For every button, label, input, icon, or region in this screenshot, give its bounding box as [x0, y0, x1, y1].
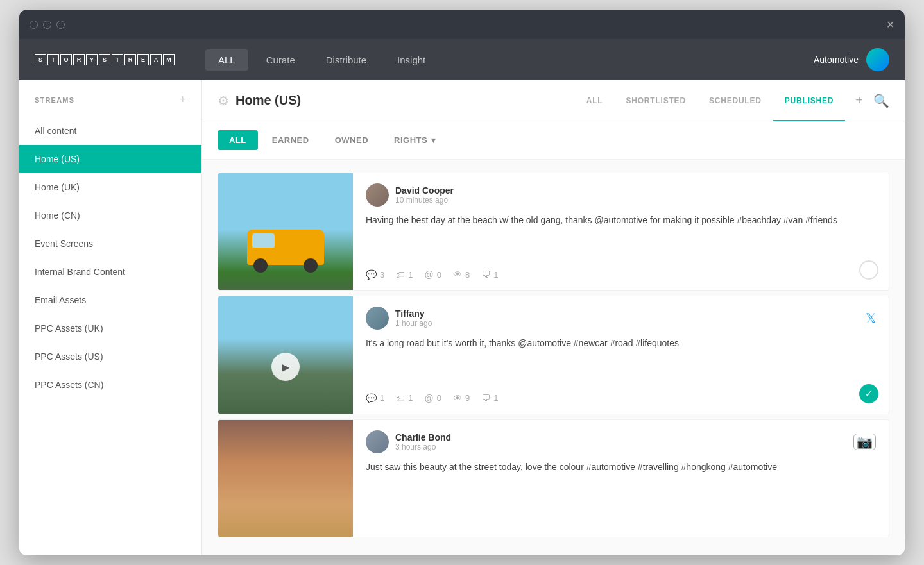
logo-t2: T	[112, 54, 123, 65]
stat-views-1: 👁 8	[453, 269, 470, 280]
stat-val-share-1: 1	[493, 270, 498, 280]
post-stats-2: 💬 1 🏷 1 @ 0	[366, 388, 876, 403]
share-icon-1: 🗨	[481, 269, 490, 280]
filter-owned[interactable]: OWNED	[323, 130, 380, 150]
logo: S T O R Y S T R E A M	[35, 54, 175, 65]
tab-published[interactable]: PUBLISHED	[773, 91, 846, 110]
post-content-2: Tiffany 1 hour ago 𝕏 It's a long road bu…	[353, 296, 889, 413]
settings-icon[interactable]: ⚙	[218, 93, 229, 108]
van-window	[252, 233, 275, 248]
mountain-illustration: ▶	[218, 296, 353, 414]
post-card-2: ▶ Tiffany 1 hour ago 𝕏	[218, 296, 889, 414]
nav-distribute[interactable]: Distribute	[313, 49, 379, 71]
nav-curate[interactable]: Curate	[253, 49, 308, 71]
post-content-1: David Cooper 10 minutes ago Having the b…	[353, 173, 889, 290]
sidebar-add-button[interactable]: +	[179, 93, 186, 106]
author-info-2: Tiffany 1 hour ago	[395, 308, 859, 328]
post-action-2[interactable]: ✓	[859, 384, 878, 403]
content-area: ⚙ Home (US) ALL SHORTLISTED SCHEDULED PU…	[202, 80, 905, 555]
add-content-button[interactable]: +	[855, 93, 863, 108]
author-info-3: Charlie Bond 3 hours ago	[395, 432, 847, 451]
author-info-1: David Cooper 10 minutes ago	[395, 185, 876, 205]
sidebar-item-event-screens[interactable]: Event Screens	[19, 230, 201, 258]
view-icon-2: 👁	[453, 393, 462, 403]
sidebar-item-ppc-cn[interactable]: PPC Assets (CN)	[19, 371, 201, 399]
filter-rights[interactable]: RIGHTS ▾	[382, 130, 448, 150]
author-name-2: Tiffany	[395, 308, 859, 319]
stat-val-view-2: 9	[465, 393, 470, 403]
post-author-3: Charlie Bond 3 hours ago 📷	[366, 430, 876, 453]
tag-icon-2: 🏷	[396, 393, 405, 403]
filter-all[interactable]: ALL	[218, 130, 258, 150]
instagram-icon: 📷	[853, 434, 876, 450]
tab-all[interactable]: ALL	[575, 91, 615, 110]
navbar: S T O R Y S T R E A M ALL Curate Distrib…	[19, 39, 905, 80]
logo-t1: T	[47, 54, 59, 65]
sidebar-item-home-cn[interactable]: Home (CN)	[19, 201, 201, 230]
van-body	[247, 230, 324, 265]
dot-red	[30, 21, 38, 29]
stat-val-tag-1: 1	[408, 270, 413, 280]
sidebar: STREAMS + All content Home (US) Home (UK…	[19, 80, 202, 555]
author-name-1: David Cooper	[395, 185, 876, 196]
author-avatar-3	[366, 430, 389, 453]
sidebar-item-ppc-uk[interactable]: PPC Assets (UK)	[19, 314, 201, 342]
logo-s2: S	[99, 54, 110, 65]
tab-scheduled[interactable]: SCHEDULED	[697, 91, 773, 110]
avatar-img-1	[366, 183, 389, 207]
comment-icon-2: 💬	[366, 393, 377, 403]
logo-m: M	[163, 54, 175, 65]
post-author-2: Tiffany 1 hour ago 𝕏	[366, 307, 876, 330]
search-button[interactable]: 🔍	[873, 93, 889, 108]
stat-tags-1: 🏷 1	[396, 269, 413, 280]
post-image-3	[218, 420, 353, 537]
select-check-2[interactable]: ✓	[859, 384, 878, 403]
stat-comments-1: 💬 3	[366, 269, 384, 280]
stat-shares-1: 🗨 1	[481, 269, 498, 280]
at-icon-2: @	[424, 393, 433, 403]
post-action-1[interactable]	[859, 260, 878, 280]
tag-icon-1: 🏷	[396, 269, 405, 280]
stat-at-2: @ 0	[424, 393, 441, 403]
sidebar-item-internal-brand-content[interactable]: Internal Brand Content	[19, 258, 201, 286]
van-wheel-left	[253, 258, 268, 273]
close-button[interactable]: ✕	[886, 19, 894, 31]
post-image-1	[218, 173, 353, 291]
stat-shares-2: 🗨 1	[481, 393, 498, 403]
app-window: ✕ S T O R Y S T R E A M ALL Curate Distr…	[19, 10, 905, 555]
logo-r2: R	[124, 54, 136, 65]
stat-at-1: @ 0	[424, 269, 441, 280]
filter-earned[interactable]: EARNED	[261, 130, 321, 150]
logo-s: S	[35, 54, 46, 65]
van-wheel-right	[304, 258, 318, 273]
tab-shortlisted[interactable]: SHORTLISTED	[614, 91, 697, 110]
nav-manage[interactable]: ALL	[205, 49, 248, 71]
post-author-1: David Cooper 10 minutes ago	[366, 183, 876, 207]
nav-avatar[interactable]	[866, 48, 889, 71]
stat-val-view-1: 8	[465, 270, 470, 280]
stat-val-comment-2: 1	[380, 393, 384, 403]
comment-icon-1: 💬	[366, 269, 377, 280]
nav-right: Automotive	[814, 48, 889, 71]
post-text-2: It's a long road but it's worth it, than…	[366, 336, 876, 350]
view-icon-1: 👁	[453, 269, 462, 280]
sidebar-item-home-us[interactable]: Home (US)	[19, 145, 201, 173]
sidebar-item-home-uk[interactable]: Home (UK)	[19, 173, 201, 201]
play-button[interactable]: ▶	[271, 353, 300, 381]
sidebar-item-all-content[interactable]: All content	[19, 117, 201, 145]
window-controls	[30, 21, 65, 29]
sidebar-item-ppc-us[interactable]: PPC Assets (US)	[19, 342, 201, 371]
content-title: Home (US)	[235, 93, 301, 108]
logo-r1: R	[73, 54, 85, 65]
post-text-3: Just saw this beauty at the street today…	[366, 460, 876, 474]
author-time-1: 10 minutes ago	[395, 196, 876, 205]
sidebar-item-email-assets[interactable]: Email Assets	[19, 286, 201, 314]
nav-insight[interactable]: Insight	[384, 49, 438, 71]
post-card-3: Charlie Bond 3 hours ago 📷 Just saw this…	[218, 419, 889, 537]
dot-green	[56, 21, 65, 29]
stat-comments-2: 💬 1	[366, 393, 384, 403]
select-circle-1[interactable]	[859, 260, 878, 280]
nav-account: Automotive	[814, 55, 859, 65]
avatar-img-3	[366, 430, 389, 453]
stat-val-comment-1: 3	[380, 270, 384, 280]
